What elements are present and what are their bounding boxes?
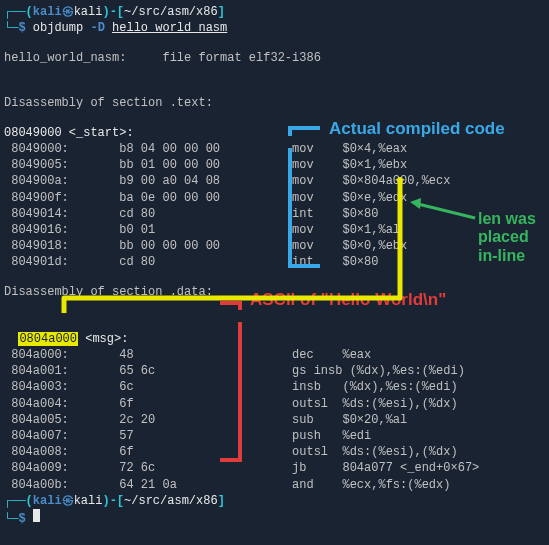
prompt-dollar: $: [18, 511, 25, 527]
disasm-line: 8049016: b0 01 mov $0×1,%al: [4, 222, 545, 238]
disasm-line: 804a001: 65 6c gs insb (%dx),%es:(%edi): [4, 363, 545, 379]
section-text-header: Disassembly of section .text:: [4, 95, 545, 111]
prompt-bracket: ]: [218, 4, 225, 20]
file-format-line: hello_world_nasm: file format elf32-i386: [4, 50, 545, 66]
prompt-prefix: ┌──(: [4, 4, 33, 20]
prompt-user: kali: [33, 4, 62, 20]
prompt-host: kali: [74, 4, 103, 20]
prompt2-line-2[interactable]: └─ $: [4, 509, 545, 527]
prompt-close: )-[: [102, 4, 124, 20]
prompt-prefix2: └─: [4, 511, 18, 527]
prompt-symbol: ㉿: [62, 493, 74, 509]
start-symbol-header: 08049000 <_start>:: [4, 125, 545, 141]
disasm-line: 804a003: 6c insb (%dx),%es:(%edi): [4, 379, 545, 395]
cursor[interactable]: [33, 509, 40, 522]
disasm-line: 804a00b: 64 21 0a and %ecx,%fs:(%edx): [4, 477, 545, 493]
prompt-path: ~/src/asm/x86: [124, 4, 218, 20]
prompt2-line-1: ┌──( kali ㉿ kali )-[ ~/src/asm/x86 ]: [4, 493, 545, 509]
prompt-user: kali: [33, 493, 62, 509]
prompt-prefix2: └─: [4, 20, 18, 36]
disasm-line: 804a009: 72 6c jb 804a077 <_end+0×67>: [4, 460, 545, 476]
command-flag: -D: [90, 20, 104, 36]
disasm-line: 804900a: b9 00 a0 04 08 mov $0×804a000,%…: [4, 173, 545, 189]
disasm-line: 804a007: 57 push %edi: [4, 428, 545, 444]
command: objdump: [33, 20, 83, 36]
text-section-body: 8049000: b8 04 00 00 00 mov $0×4,%eax 80…: [4, 141, 545, 271]
disasm-line: 804a000: 48 dec %eax: [4, 347, 545, 363]
prompt-path: ~/src/asm/x86: [124, 493, 218, 509]
prompt-host: kali: [74, 493, 103, 509]
prompt-symbol: ㉿: [62, 4, 74, 20]
section-data-header: Disassembly of section .data:: [4, 284, 545, 300]
disasm-line: 804a008: 6f outsl %ds:(%esi),(%dx): [4, 444, 545, 460]
prompt-close: )-[: [102, 493, 124, 509]
disasm-line: 8049018: bb 00 00 00 00 mov $0×0,%ebx: [4, 238, 545, 254]
disasm-line: 8049000: b8 04 00 00 00 mov $0×4,%eax: [4, 141, 545, 157]
prompt-dollar: $: [18, 20, 25, 36]
data-section-body: 804a000: 48 dec %eax 804a001: 65 6c gs i…: [4, 347, 545, 493]
msg-label: <msg>:: [78, 332, 128, 346]
disasm-line: 804a005: 2c 20 sub $0×20,%al: [4, 412, 545, 428]
prompt-bracket: ]: [218, 493, 225, 509]
disasm-line: 804900f: ba 0e 00 00 00 mov $0×e,%edx: [4, 190, 545, 206]
prompt-prefix: ┌──(: [4, 493, 33, 509]
msg-symbol-header: 0804a000 <msg>:: [4, 315, 545, 347]
disasm-line: 804a004: 6f outsl %ds:(%esi),(%dx): [4, 396, 545, 412]
disasm-line: 804901d: cd 80 int $0×80: [4, 254, 545, 270]
disasm-line: 8049005: bb 01 00 00 00 mov $0×1,%ebx: [4, 157, 545, 173]
disasm-line: 8049014: cd 80 int $0×80: [4, 206, 545, 222]
command-arg: hello world nasm: [112, 20, 227, 36]
prompt-line-2[interactable]: └─ $ objdump -D hello world nasm: [4, 20, 545, 36]
prompt-line-1: ┌──( kali ㉿ kali )-[ ~/src/asm/x86 ]: [4, 4, 545, 20]
msg-address-highlight: 0804a000: [18, 332, 78, 346]
